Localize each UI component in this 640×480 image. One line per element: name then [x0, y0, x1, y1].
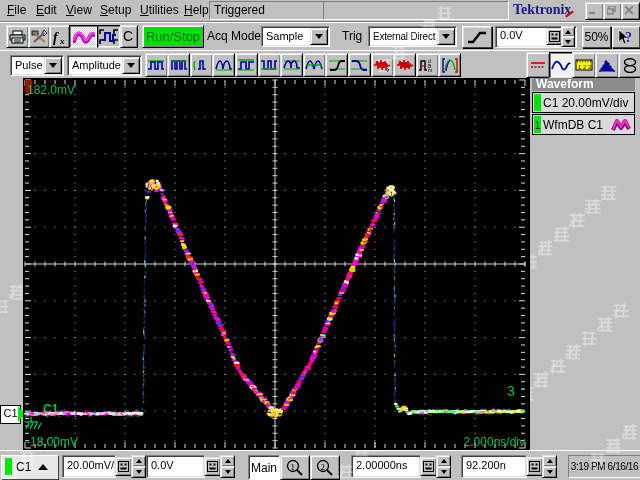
vertical-offset-spin-down[interactable] — [220, 466, 235, 478]
meas-dbm-button[interactable]: dBm — [416, 53, 439, 77]
keypad-icon — [549, 31, 560, 42]
minimize-button[interactable] — [585, 2, 604, 20]
trig-level-keypad-button[interactable] — [546, 28, 562, 45]
meas-category-dropdown-arrow[interactable] — [44, 57, 62, 74]
mag2-view-button[interactable]: 2 — [310, 455, 340, 480]
acq-mode-dropdown-arrow[interactable] — [310, 28, 328, 45]
meas-type-select[interactable]: Amplitude — [67, 55, 142, 76]
meas-type-dropdown-arrow[interactable] — [122, 57, 140, 74]
menu-utilities[interactable]: Utilities — [138, 2, 181, 18]
meas-gated-icon — [441, 58, 459, 73]
waveform-row-2[interactable]: 1WfmDB C1 — [532, 114, 635, 135]
set-to-50pct-button[interactable]: 50% — [582, 26, 611, 48]
meas-rise-button[interactable] — [325, 53, 348, 77]
tools-button[interactable] — [28, 25, 50, 48]
meas-width-icon — [192, 58, 210, 72]
c-letter-button[interactable]: C — [120, 25, 138, 48]
timebase-spin-down[interactable] — [436, 466, 451, 478]
vertical-scale-value: 20.00mV/ — [67, 459, 114, 471]
trig-level-spinner[interactable] — [561, 26, 575, 46]
trigger-number-label: 3 — [507, 383, 515, 399]
svg-text:C: C — [123, 29, 133, 44]
svg-text:f: f — [53, 30, 59, 45]
vertical-offset-keypad-button[interactable] — [204, 457, 221, 476]
waveform-view-button[interactable] — [549, 52, 573, 78]
vertical-offset-field[interactable]: 0.0V — [146, 455, 205, 478]
channel-select-button[interactable]: C1 — [1, 455, 59, 480]
tools-icon — [31, 29, 48, 44]
meas-pulse-train-icon — [170, 58, 188, 72]
clock-display: 3:19 PM 6/16/16 — [568, 455, 640, 478]
meas-low-icon — [260, 58, 278, 72]
vertical-scale-keypad-button[interactable] — [115, 457, 132, 476]
minimize-icon — [589, 6, 598, 15]
trig-source-dropdown-arrow[interactable] — [437, 28, 455, 45]
meas-category-select[interactable]: Pulse — [10, 55, 64, 76]
meas-rms-button[interactable] — [280, 53, 303, 77]
rising-slope-icon — [466, 29, 488, 45]
view-main-button[interactable]: Main — [248, 455, 280, 480]
mask-button[interactable] — [618, 52, 640, 78]
meas-low-button[interactable] — [258, 53, 281, 77]
restore-button[interactable] — [603, 2, 622, 20]
trig-source-select[interactable]: External Direct — [368, 26, 457, 47]
magnifier-2-icon: 2 — [315, 459, 335, 477]
horizontal-position-field[interactable]: 92.200n — [461, 455, 527, 478]
vertical-scale-field[interactable]: 20.00mV/ — [62, 455, 116, 478]
svg-text:x: x — [59, 36, 65, 45]
readout-button[interactable]: 1 2 3 — [572, 52, 596, 78]
svg-text:?: ? — [625, 30, 632, 45]
meas-jitter-button[interactable] — [371, 53, 394, 77]
horizontal-position-value: 92.200n — [466, 459, 506, 471]
menu-bar: FileEditViewSetupUtilitiesHelp Triggered… — [0, 0, 640, 22]
histogram-button[interactable] — [595, 52, 619, 78]
menu-setup[interactable]: Setup — [98, 2, 133, 18]
trig-slope-button[interactable] — [462, 26, 492, 48]
meas-high-button[interactable] — [145, 53, 168, 77]
vertical-scale-spin-down[interactable] — [131, 466, 146, 478]
measurement-toolbar: PulseAmplitudedBm1 2 3 — [0, 50, 640, 79]
acq-mode-select[interactable]: Sample — [261, 26, 330, 47]
meas-amplitude-button[interactable] — [235, 53, 258, 77]
waveform-row-1[interactable]: C1 20.00mV/div — [532, 92, 635, 113]
wfmdb-wave-icon — [73, 29, 95, 45]
meas-mid-icon — [305, 58, 323, 72]
waveform-view-icon — [551, 58, 571, 73]
menu-edit[interactable]: Edit — [34, 2, 59, 18]
close-button[interactable] — [621, 2, 640, 20]
meas-fall-button[interactable] — [348, 53, 371, 77]
menu-file[interactable]: File — [5, 2, 28, 18]
right-side-panel: Waveform C1 20.00mV/div1WfmDB C1 — [530, 78, 640, 450]
help-pointer-icon: ? — [616, 29, 636, 46]
horizontal-position-spin-down[interactable] — [542, 466, 557, 478]
cursors-button[interactable] — [526, 52, 550, 78]
menu-help[interactable]: Help — [182, 2, 211, 18]
printer-button[interactable] — [6, 25, 29, 48]
meas-noise-button[interactable] — [393, 53, 416, 77]
waveform-panel-header: Waveform — [532, 78, 635, 91]
meas-pulse-train-button[interactable] — [167, 53, 190, 77]
trig-level-spin-down[interactable] — [561, 36, 575, 47]
help-button[interactable]: ? — [612, 26, 640, 48]
mag1-view-button[interactable]: 1 — [280, 455, 310, 480]
status-bar: C120.00mV/0.0VMain122.00000ns92.200n3:19… — [0, 450, 640, 480]
autoset-button[interactable] — [97, 25, 121, 48]
meas-amplitude-icon — [237, 58, 255, 72]
timebase-field[interactable]: 2.00000ns — [351, 455, 421, 478]
meas-mid-button[interactable] — [303, 53, 326, 77]
meas-type-value: Amplitude — [72, 59, 121, 71]
menu-status-spacer — [323, 1, 509, 20]
meas-burst-button[interactable] — [212, 53, 235, 77]
wfmdb-wave-button[interactable] — [69, 25, 98, 48]
keypad-icon — [423, 461, 434, 472]
fx-button[interactable]: fx — [49, 25, 70, 48]
meas-category-value: Pulse — [15, 59, 43, 71]
meas-burst-icon — [215, 58, 233, 72]
main-toolbar: fxCRun/StopAcq ModeSampleTrigExternal Di… — [0, 22, 640, 51]
meas-gated-button[interactable] — [438, 53, 461, 77]
run-stop-button[interactable]: Run/Stop — [142, 25, 204, 48]
timebase-keypad-button[interactable] — [420, 457, 437, 476]
horizontal-position-keypad-button[interactable] — [526, 457, 543, 476]
meas-width-button[interactable] — [190, 53, 213, 77]
menu-view[interactable]: View — [64, 2, 94, 18]
